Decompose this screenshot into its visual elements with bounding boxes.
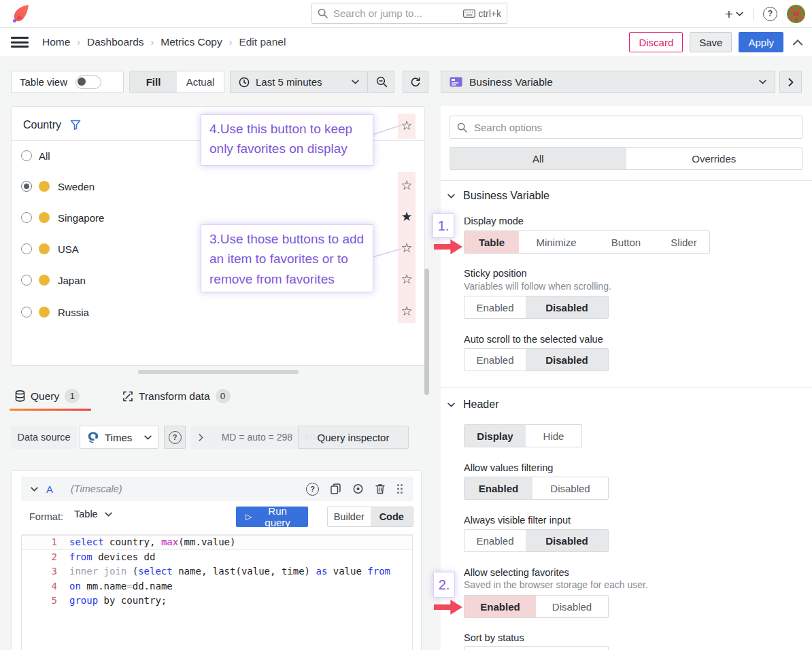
query-help-button[interactable]: ? <box>306 483 319 496</box>
filter-input-disabled[interactable]: Disabled <box>526 530 608 551</box>
display-mode-minimize[interactable]: Minimize <box>519 231 594 253</box>
status-dot-icon <box>39 243 50 254</box>
user-avatar[interactable] <box>787 5 805 23</box>
table-view-toggle[interactable] <box>75 75 101 89</box>
options-search-input[interactable] <box>473 121 795 134</box>
duplicate-query-icon[interactable] <box>331 483 341 494</box>
global-search[interactable]: ctrl+k <box>311 3 507 24</box>
toggle-visibility-icon[interactable] <box>352 483 364 494</box>
code-line: 3inner join (select name, last(value, ti… <box>22 564 412 579</box>
autoscroll-label: Auto scroll to the selected value <box>464 334 603 345</box>
query-row-header[interactable]: A (Timescale) ? <box>21 477 413 501</box>
save-button[interactable]: Save <box>690 32 732 52</box>
tab-all[interactable]: All <box>450 148 626 169</box>
global-search-input[interactable] <box>332 7 459 20</box>
breadcrumb-dashboards[interactable]: Dashboards <box>87 36 144 48</box>
code-line: 1select country, max(mm.value) <box>22 535 412 550</box>
datasource-label: Data source <box>11 426 77 449</box>
filter-funnel-icon[interactable] <box>70 120 81 130</box>
variable-option-russia[interactable]: Russia <box>12 302 392 322</box>
help-button[interactable]: ? <box>763 7 777 21</box>
display-mode-button[interactable]: Button <box>594 231 658 253</box>
sort-by-status-segmented[interactable] <box>464 646 609 650</box>
divider <box>753 7 754 20</box>
variable-option-sweden[interactable]: Sweden <box>12 176 392 196</box>
favorite-star-button[interactable]: ☆ <box>398 273 416 286</box>
section-header[interactable]: Header <box>447 398 498 411</box>
new-menu-button[interactable]: + <box>725 7 743 21</box>
code-option[interactable]: Code <box>371 507 413 526</box>
variable-option-label: USA <box>58 243 79 255</box>
filter-input-enabled[interactable]: Enabled <box>464 530 526 551</box>
autoscroll-enabled[interactable]: Enabled <box>464 349 526 371</box>
menu-toggle-button[interactable] <box>11 37 29 48</box>
display-mode-slider[interactable]: Slider <box>658 231 709 253</box>
builder-option[interactable]: Builder <box>328 507 371 526</box>
horizontal-scrollbar[interactable] <box>138 370 299 374</box>
radio-icon[interactable] <box>21 212 32 223</box>
table-view-toggle-group[interactable]: Table view <box>11 71 124 93</box>
chevron-down-icon[interactable] <box>31 487 38 492</box>
drag-handle-icon[interactable] <box>396 483 403 494</box>
breadcrumb-home[interactable]: Home <box>42 36 70 48</box>
next-panel-button[interactable] <box>779 71 802 93</box>
time-range-picker[interactable]: Last 5 minutes <box>230 71 368 93</box>
delete-query-icon[interactable] <box>375 483 385 494</box>
sql-code-editor[interactable]: 1select country, max(mm.value) 2from dev… <box>21 534 413 650</box>
radio-icon[interactable] <box>21 275 32 286</box>
autoscroll-disabled[interactable]: Disabled <box>526 349 608 371</box>
filtering-enabled[interactable]: Enabled <box>464 477 532 499</box>
shortcut-label: ctrl+k <box>478 8 501 19</box>
favorite-star-button[interactable]: ☆ <box>398 305 416 318</box>
display-mode-label: Display mode <box>464 216 524 226</box>
favorites-enabled[interactable]: Enabled <box>464 596 536 617</box>
radio-icon[interactable] <box>21 307 32 318</box>
sticky-disabled[interactable]: Disabled <box>526 296 608 318</box>
filtering-disabled[interactable]: Disabled <box>532 477 608 499</box>
favorites-disabled[interactable]: Disabled <box>536 596 608 617</box>
fill-option[interactable]: Fill <box>130 71 177 92</box>
favorites-filter-star-button[interactable]: ☆ <box>398 119 416 132</box>
chevron-right-icon <box>788 78 794 86</box>
datasource-picker[interactable]: Times <box>80 426 158 449</box>
tab-overrides[interactable]: Overrides <box>626 148 802 169</box>
apply-button[interactable]: Apply <box>739 32 783 52</box>
display-mode-table[interactable]: Table <box>464 231 519 253</box>
format-value: Table <box>74 509 98 519</box>
panel-type-picker[interactable]: Business Variable <box>441 71 775 93</box>
zoom-out-time-button[interactable] <box>369 71 394 93</box>
radio-selected-icon[interactable] <box>21 181 32 192</box>
collapse-options-chevron-up-icon[interactable] <box>793 39 802 46</box>
filter-input-label: Always visible filter input <box>464 515 571 526</box>
format-select[interactable]: Table <box>74 509 112 519</box>
section-business-variable[interactable]: Business Variable <box>447 190 549 202</box>
actual-option[interactable]: Actual <box>177 71 224 92</box>
line-number: 2 <box>22 550 69 565</box>
sticky-enabled[interactable]: Enabled <box>464 296 526 318</box>
breadcrumb-dashboard-name[interactable]: Metrics Copy <box>160 36 222 48</box>
radio-icon[interactable] <box>21 150 32 161</box>
discard-button[interactable]: Discard <box>629 32 683 52</box>
run-query-button[interactable]: ▷ Run query <box>236 507 308 527</box>
favorite-star-filled-button[interactable]: ★ <box>398 210 416 223</box>
options-pane-scrollbar[interactable] <box>424 269 429 395</box>
query-options-toggle[interactable]: MD = auto = 298 <box>191 426 300 449</box>
zoom-out-icon <box>376 76 388 88</box>
options-search[interactable] <box>450 116 802 139</box>
favorite-star-button[interactable]: ☆ <box>398 241 416 254</box>
favorite-star-button[interactable]: ☆ <box>398 179 416 192</box>
breadcrumb-separator: › <box>77 37 80 48</box>
header-hide[interactable]: Hide <box>526 425 581 447</box>
tab-transform-data[interactable]: Transform data 0 <box>122 389 231 403</box>
query-inspector-button[interactable]: Query inspector <box>298 426 409 449</box>
datasource-help-button[interactable]: ? <box>164 426 186 449</box>
grafana-logo-icon[interactable] <box>12 3 30 24</box>
code-line: 4on mm.name=dd.name <box>22 579 412 594</box>
tab-query[interactable]: Query 1 <box>15 389 80 403</box>
refresh-button[interactable] <box>403 71 428 93</box>
values-filtering-label: Allow values filtering <box>464 462 553 473</box>
header-display[interactable]: Display <box>464 425 526 447</box>
radio-icon[interactable] <box>21 243 32 254</box>
sort-by-status-label: Sort by status <box>464 632 524 643</box>
values-filtering-segmented: Enabled Disabled <box>464 477 609 500</box>
